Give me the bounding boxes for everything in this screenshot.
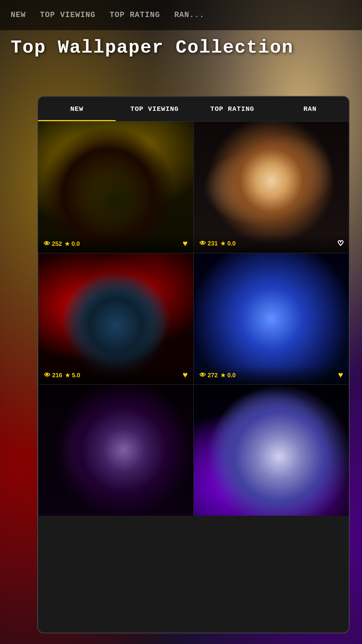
grid-item-6[interactable] (193, 384, 349, 516)
wallpaper-3 (38, 253, 193, 384)
heart-icon-1[interactable]: ♥ (183, 239, 188, 249)
page-title: Top Wallpaper Collection (11, 37, 294, 58)
rating-value-1: 0.0 (71, 240, 80, 248)
rating-value-3: 5.0 (72, 372, 80, 379)
view-count-3: 216 (52, 372, 62, 379)
star-icon-3: ★ (65, 372, 70, 379)
card-tabs: NEW TOP VIEWING TOP RATING RAN (38, 97, 349, 121)
heart-icon-3[interactable]: ♥ (183, 370, 188, 380)
eye-icon-2: 👁 (199, 240, 206, 247)
top-tab-random[interactable]: RAN... (174, 11, 204, 20)
stats-bar-1: 👁 252 ★ 0.0 ♥ (38, 235, 193, 253)
grid-item-4[interactable]: 👁 272 ★ 0.0 ♥ (193, 253, 349, 384)
heart-icon-4[interactable]: ♥ (338, 370, 343, 380)
views-3: 👁 216 (44, 372, 62, 379)
wallpaper-5 (38, 385, 193, 516)
card-container: NEW TOP VIEWING TOP RATING RAN 👁 252 ★ 0… (37, 96, 350, 633)
top-tabbar: NEW TOP VIEWING TOP RATING RAN... (0, 0, 362, 30)
star-icon-2: ★ (220, 240, 225, 247)
rating-value-4: 0.0 (227, 372, 236, 379)
top-tab-new[interactable]: NEW (11, 11, 26, 20)
wallpaper-2 (194, 121, 349, 253)
grid-item-1[interactable]: 👁 252 ★ 0.0 ♥ (38, 121, 193, 253)
star-icon-1: ★ (65, 240, 70, 247)
stats-bar-2: 👁 231 ★ 0.0 ♡ (194, 234, 349, 253)
heart-icon-2[interactable]: ♡ (338, 238, 343, 249)
grid-item-2[interactable]: 👁 231 ★ 0.0 ♡ (193, 121, 349, 253)
tab-random[interactable]: RAN (271, 97, 349, 121)
wallpaper-4 (194, 253, 349, 384)
eye-icon-4: 👁 (199, 372, 206, 379)
top-tab-top-viewing[interactable]: TOP VIEWING (40, 11, 95, 20)
wallpaper-1 (38, 121, 193, 253)
view-count-4: 272 (208, 372, 218, 379)
stats-bar-4: 👁 272 ★ 0.0 ♥ (194, 366, 349, 384)
view-count-1: 252 (52, 240, 62, 248)
tab-new[interactable]: NEW (38, 97, 116, 121)
grid-item-3[interactable]: 👁 216 ★ 5.0 ♥ (38, 253, 193, 384)
tab-top-viewing[interactable]: TOP VIEWING (116, 97, 193, 121)
eye-icon-1: 👁 (44, 240, 50, 248)
rating-1: ★ 0.0 (65, 240, 80, 248)
wallpaper-6 (194, 385, 349, 516)
rating-2: ★ 0.0 (220, 240, 236, 247)
views-2: 👁 231 (199, 240, 218, 247)
top-tab-top-rating[interactable]: TOP RATING (110, 11, 160, 20)
grid-item-5[interactable] (38, 384, 193, 516)
stats-bar-3: 👁 216 ★ 5.0 ♥ (38, 366, 193, 384)
rating-value-2: 0.0 (227, 240, 236, 247)
view-count-2: 231 (208, 240, 218, 247)
rating-4: ★ 0.0 (220, 372, 236, 379)
views-1: 👁 252 (44, 240, 62, 248)
star-icon-4: ★ (220, 372, 225, 379)
rating-3: ★ 5.0 (65, 372, 80, 379)
views-4: 👁 272 (199, 372, 218, 379)
eye-icon-3: 👁 (44, 372, 50, 379)
image-grid: 👁 252 ★ 0.0 ♥ 👁 231 ★ 0.0 (38, 121, 349, 516)
tab-top-rating[interactable]: TOP RATING (193, 97, 271, 121)
